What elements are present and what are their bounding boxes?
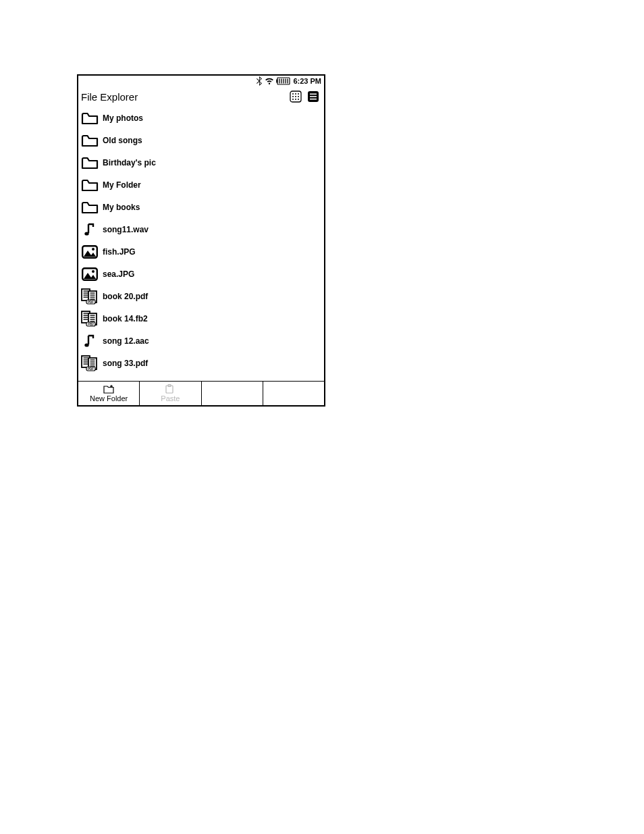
- file-row[interactable]: Birthday's pic: [78, 151, 324, 174]
- header-actions: [289, 90, 320, 103]
- image-icon: [81, 244, 99, 259]
- file-list[interactable]: My photos Old songs Birthday's pic My Fo…: [78, 107, 324, 381]
- svg-point-14: [292, 99, 294, 100]
- svg-text:FB2: FB2: [88, 322, 94, 325]
- status-bar: 6:23 PM: [78, 76, 324, 86]
- svg-point-13: [298, 96, 299, 97]
- new-folder-label: New Folder: [90, 394, 128, 402]
- bottom-toolbar: New Folder Paste: [78, 381, 324, 405]
- file-row[interactable]: fish.JPG: [78, 240, 324, 263]
- svg-point-21: [84, 232, 88, 235]
- device-frame: 6:23 PM File Explorer: [77, 74, 325, 407]
- fb2-icon: FB2: [81, 311, 99, 326]
- svg-text:PDF: PDF: [88, 367, 94, 370]
- svg-rect-20: [310, 99, 317, 100]
- paste-button[interactable]: Paste: [140, 382, 201, 405]
- svg-point-8: [292, 93, 294, 95]
- svg-rect-18: [310, 94, 317, 95]
- pdf-icon: PDF: [81, 356, 99, 371]
- folder-icon: [81, 155, 99, 170]
- file-name: My Folder: [103, 180, 141, 190]
- file-row[interactable]: Old songs: [78, 129, 324, 151]
- file-name: Old songs: [103, 136, 142, 145]
- svg-rect-19: [310, 96, 317, 97]
- file-row[interactable]: PDF song 33.pdf: [78, 352, 324, 374]
- svg-point-25: [92, 270, 95, 273]
- svg-point-16: [298, 99, 299, 100]
- file-row[interactable]: PDF book 20.pdf: [78, 285, 324, 307]
- bottom-slot-3: [202, 382, 263, 405]
- file-name: My books: [103, 203, 140, 212]
- grid-view-button[interactable]: [289, 90, 302, 103]
- svg-point-50: [84, 343, 88, 346]
- file-name: Birthday's pic: [103, 158, 156, 167]
- file-row[interactable]: My Folder: [78, 174, 324, 196]
- app-title: File Explorer: [81, 91, 138, 103]
- svg-point-9: [295, 93, 296, 95]
- bottom-slot-4: [263, 382, 324, 405]
- file-name: book 14.fb2: [103, 314, 148, 323]
- file-name: My photos: [103, 113, 143, 123]
- battery-icon: [276, 77, 291, 85]
- file-name: song 12.aac: [103, 336, 149, 346]
- file-row[interactable]: My books: [78, 196, 324, 218]
- file-row[interactable]: sea.JPG: [78, 263, 324, 285]
- file-name: sea.JPG: [103, 269, 134, 279]
- image-icon: [81, 267, 99, 282]
- pdf-icon: PDF: [81, 289, 99, 304]
- audio-icon: [81, 334, 99, 348]
- folder-icon: [81, 111, 99, 126]
- new-folder-icon: [103, 384, 114, 394]
- file-row[interactable]: My photos: [78, 107, 324, 129]
- file-row[interactable]: FB2 book 14.fb2: [78, 307, 324, 330]
- file-row[interactable]: song 12.aac: [78, 330, 324, 352]
- folder-icon: [81, 133, 99, 148]
- list-view-button[interactable]: [306, 90, 320, 103]
- bluetooth-icon: [256, 76, 263, 86]
- svg-point-12: [295, 96, 296, 97]
- app-header: File Explorer: [78, 86, 324, 107]
- file-name: song 33.pdf: [103, 359, 148, 368]
- file-row[interactable]: song11.wav: [78, 218, 324, 240]
- file-name: song11.wav: [103, 225, 149, 234]
- svg-point-23: [92, 248, 95, 251]
- file-name: book 20.pdf: [103, 292, 148, 301]
- wifi-icon: [265, 77, 274, 85]
- audio-icon: [81, 222, 99, 237]
- status-time: 6:23 PM: [293, 77, 321, 85]
- svg-point-15: [295, 99, 296, 100]
- new-folder-button[interactable]: New Folder: [78, 382, 140, 405]
- paste-label: Paste: [161, 394, 180, 402]
- folder-icon: [81, 200, 99, 215]
- folder-icon: [81, 178, 99, 192]
- svg-point-11: [292, 96, 294, 97]
- svg-text:PDF: PDF: [88, 300, 94, 303]
- file-name: fish.JPG: [103, 247, 136, 257]
- svg-point-10: [298, 93, 299, 95]
- paste-icon: [165, 384, 176, 394]
- svg-rect-1: [277, 80, 278, 83]
